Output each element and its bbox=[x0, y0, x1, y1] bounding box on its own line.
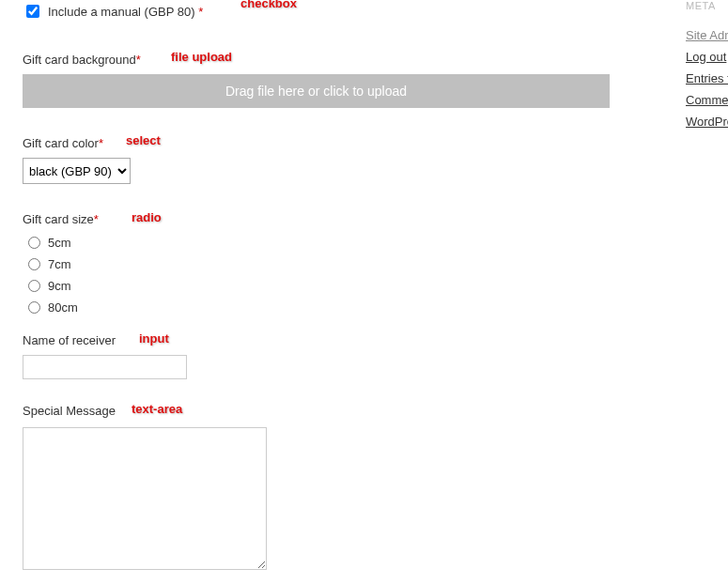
color-select[interactable]: black (GBP 90) bbox=[23, 158, 131, 184]
annotation-checkbox: checkbox bbox=[240, 0, 297, 10]
sidebar-link-site-admin[interactable]: Site Admin bbox=[686, 28, 728, 42]
include-manual-checkbox[interactable] bbox=[26, 5, 39, 18]
size-radio[interactable] bbox=[28, 237, 40, 249]
sidebar-heading: META bbox=[686, 0, 728, 11]
sidebar-link-log-out[interactable]: Log out bbox=[686, 50, 728, 64]
background-label: Gift card background* bbox=[23, 53, 141, 67]
annotation-radio: radio bbox=[132, 210, 162, 224]
sidebar-link-entries[interactable]: Entries feed bbox=[686, 71, 728, 85]
message-textarea[interactable] bbox=[23, 427, 267, 570]
receiver-input[interactable] bbox=[23, 355, 187, 379]
size-radio[interactable] bbox=[28, 301, 40, 314]
required-asterisk: * bbox=[99, 136, 103, 150]
required-asterisk: * bbox=[136, 53, 141, 67]
background-upload-zone[interactable]: Drag file here or click to upload bbox=[23, 74, 610, 108]
annotation-textarea: text-area bbox=[132, 402, 182, 416]
include-manual-label: Include a manual (GBP 80) * bbox=[48, 5, 203, 19]
required-asterisk: * bbox=[94, 212, 99, 226]
sidebar-link-wordpress[interactable]: WordPress.org bbox=[686, 115, 728, 129]
size-radio-label: 9cm bbox=[48, 279, 71, 293]
annotation-input: input bbox=[139, 331, 169, 346]
size-label: Gift card size* bbox=[23, 212, 99, 226]
sidebar-link-comments[interactable]: Comments feed bbox=[686, 93, 728, 107]
size-radio[interactable] bbox=[28, 258, 40, 270]
size-radio[interactable] bbox=[28, 280, 40, 292]
size-radio-label: 7cm bbox=[48, 257, 71, 271]
size-radio-label: 80cm bbox=[48, 300, 78, 315]
annotation-file-upload: file upload bbox=[171, 50, 232, 64]
color-label: Gift card color* bbox=[23, 136, 103, 150]
size-radio-label: 5cm bbox=[48, 236, 71, 250]
annotation-select: select bbox=[126, 133, 161, 147]
message-label: Special Message bbox=[23, 404, 116, 418]
receiver-label: Name of receiver bbox=[23, 333, 116, 347]
required-asterisk: * bbox=[198, 5, 203, 19]
